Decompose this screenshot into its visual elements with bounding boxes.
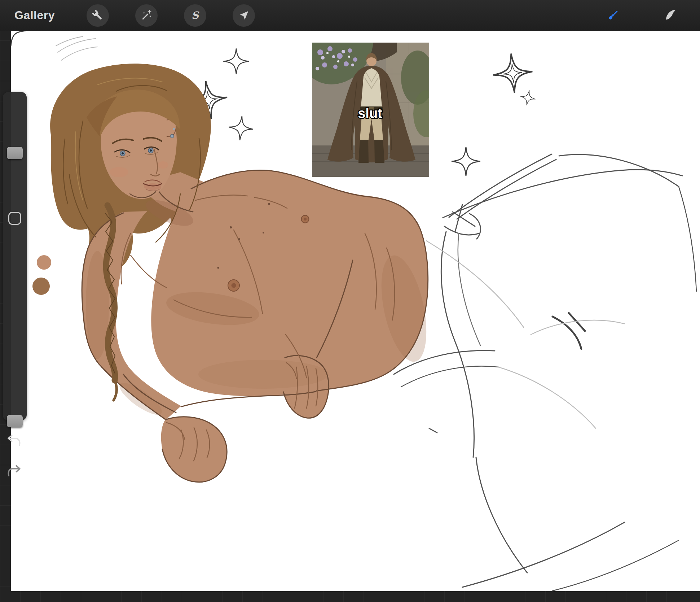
selection-button[interactable]: S [184, 4, 206, 27]
paintbrush-icon [606, 7, 620, 24]
adjustments-button[interactable] [135, 4, 158, 27]
meme-caption: slut [358, 106, 382, 121]
procreate-app: Gallery S [0, 0, 700, 602]
brush-tool-button[interactable] [603, 6, 622, 25]
brush-sidebar [3, 92, 27, 420]
brush-size-slider[interactable] [3, 92, 27, 256]
drawing-canvas[interactable]: slut [11, 31, 700, 591]
smudge-icon [663, 7, 678, 24]
selection-glyph: S [191, 9, 199, 21]
top-toolbar: Gallery S [0, 0, 700, 31]
paint-swatch-dab [32, 278, 50, 295]
wrench-icon [91, 9, 105, 22]
transform-arrow-icon [237, 9, 251, 22]
magic-wand-icon [140, 9, 153, 22]
brush-size-handle[interactable] [7, 147, 23, 159]
actions-button[interactable] [87, 4, 109, 27]
undo-button[interactable] [6, 432, 22, 449]
selection-s-icon: S [188, 9, 202, 22]
smudge-tool-button[interactable] [661, 6, 680, 25]
modify-button[interactable] [8, 212, 21, 225]
artwork: slut [11, 31, 700, 591]
brush-opacity-slider[interactable] [3, 256, 27, 420]
earring [170, 134, 174, 138]
transform-button[interactable] [233, 4, 255, 27]
gallery-button[interactable]: Gallery [12, 8, 57, 22]
redo-button[interactable] [6, 463, 22, 479]
paint-swatch-dab [37, 255, 51, 270]
fabric-sketch [394, 154, 696, 591]
paint-tool-group [603, 6, 700, 25]
undo-icon [6, 432, 22, 449]
reference-meme-image: slut [312, 43, 439, 177]
redo-icon [6, 463, 22, 479]
hair-wisp-sketch [56, 36, 97, 60]
brush-opacity-handle[interactable] [7, 415, 23, 427]
